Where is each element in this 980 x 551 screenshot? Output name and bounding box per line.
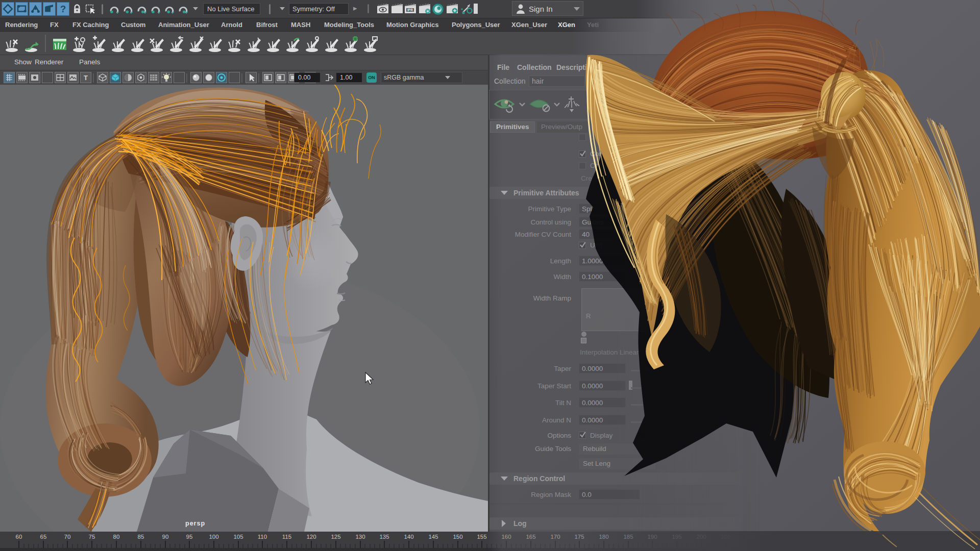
svg-text:IPR: IPR xyxy=(407,8,413,12)
svg-text:60: 60 xyxy=(16,534,22,540)
svg-text:65: 65 xyxy=(40,534,47,540)
svg-text:115: 115 xyxy=(282,534,291,540)
svg-text:70: 70 xyxy=(64,534,71,540)
svg-text:?: ? xyxy=(60,4,66,14)
svg-text:T: T xyxy=(84,74,88,82)
svg-text:95: 95 xyxy=(186,534,193,540)
svg-text:110: 110 xyxy=(258,534,267,540)
svg-text:105: 105 xyxy=(233,534,243,540)
svg-text:135: 135 xyxy=(379,534,389,540)
svg-text:100: 100 xyxy=(209,534,218,540)
svg-text:140: 140 xyxy=(404,534,413,540)
svg-text:85: 85 xyxy=(138,534,144,540)
svg-text:130: 130 xyxy=(355,534,365,540)
svg-text:155: 155 xyxy=(477,534,486,540)
svg-text:145: 145 xyxy=(428,534,438,540)
svg-text:125: 125 xyxy=(331,534,340,540)
svg-text:80: 80 xyxy=(113,534,120,540)
svg-text:150: 150 xyxy=(453,534,462,540)
svg-text:75: 75 xyxy=(89,534,95,540)
svg-text:90: 90 xyxy=(162,534,169,540)
svg-text:120: 120 xyxy=(306,534,316,540)
